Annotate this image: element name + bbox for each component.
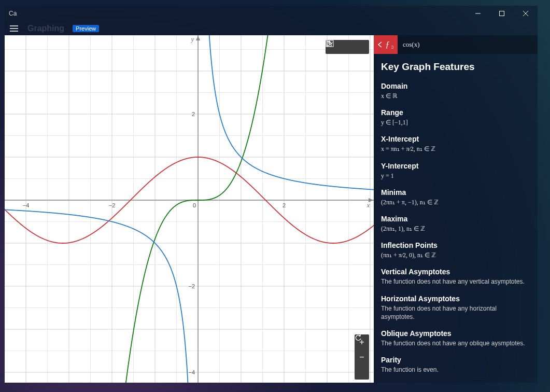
hamburger-menu-button[interactable] xyxy=(8,22,20,35)
zoom-reset-button[interactable] xyxy=(355,365,369,380)
function-subscript: 3 xyxy=(391,45,393,50)
calculator-window: Ca Graphing Preview xy−4−202−4−22 + − xyxy=(5,6,538,383)
svg-text:2: 2 xyxy=(192,111,195,117)
feature-minima[interactable]: Minima (2πn₁ + π, −1), n₁ ∈ ℤ xyxy=(381,188,530,206)
feature-label: Oblique Asymptotes xyxy=(381,329,530,338)
feature-vertical-asymptotes[interactable]: Vertical Asymptotes The function does no… xyxy=(381,268,530,286)
preview-badge: Preview xyxy=(73,25,99,32)
feature-period[interactable]: Period 2π xyxy=(381,382,530,383)
feature-label: Parity xyxy=(381,356,530,364)
mode-label: Graphing xyxy=(27,24,64,33)
feature-value: (2πn₁, 1), n₁ ∈ ℤ xyxy=(381,225,530,233)
maximize-button[interactable] xyxy=(490,6,514,21)
svg-text:−2: −2 xyxy=(109,202,116,208)
window-controls xyxy=(466,6,538,21)
graph-canvas[interactable]: xy−4−202−4−22 xyxy=(5,35,374,383)
graph-toolbar xyxy=(326,40,369,54)
feature-parity[interactable]: Parity The function is even. xyxy=(381,356,530,374)
zoom-out-button[interactable]: − xyxy=(355,349,369,365)
svg-rect-1 xyxy=(500,11,504,16)
key-graph-features-pane: ƒ3 cos(x) Key Graph Features Domain x ∈ … xyxy=(374,35,538,383)
feature-value: x ∈ ℝ xyxy=(381,92,530,100)
feature-range[interactable]: Range y ∈ [−1,1] xyxy=(381,108,530,127)
feature-label: Vertical Asymptotes xyxy=(381,268,530,276)
feature-label: Y-Intercept xyxy=(381,162,530,170)
svg-text:x: x xyxy=(366,202,370,209)
feature-description: The function does not have any oblique a… xyxy=(381,339,530,347)
features-scroll[interactable]: Key Graph Features Domain x ∈ ℝ Range y … xyxy=(374,54,538,383)
close-button[interactable] xyxy=(514,6,538,21)
function-bar: ƒ3 cos(x) xyxy=(374,35,538,54)
feature-value: x = πn₁ + π⁄2, n₁ ∈ ℤ xyxy=(381,145,530,153)
feature-inflection[interactable]: Inflection Points (πn₁ + π⁄2, 0), n₁ ∈ ℤ xyxy=(381,241,530,259)
feature-domain[interactable]: Domain x ∈ ℝ xyxy=(381,82,530,100)
svg-text:y: y xyxy=(191,36,194,43)
feature-description: The function does not have any vertical … xyxy=(381,277,530,286)
feature-value: y ∈ [−1,1] xyxy=(381,118,530,127)
feature-x-intercept[interactable]: X-Intercept x = πn₁ + π⁄2, n₁ ∈ ℤ xyxy=(381,135,530,153)
function-expression: cos(x) xyxy=(398,40,420,49)
function-back-button[interactable]: ƒ3 xyxy=(374,35,398,54)
feature-horizontal-asymptotes[interactable]: Horizontal Asymptotes The function does … xyxy=(381,295,530,321)
svg-text:−4: −4 xyxy=(188,369,195,375)
function-symbol: ƒ xyxy=(385,40,389,49)
feature-description: The function does not have any horizonta… xyxy=(381,304,530,321)
feature-label: Range xyxy=(381,108,530,117)
svg-text:−4: −4 xyxy=(23,202,30,208)
feature-value: y = 1 xyxy=(381,172,530,180)
feature-y-intercept[interactable]: Y-Intercept y = 1 xyxy=(381,162,530,180)
titlebar: Ca xyxy=(5,6,538,21)
svg-marker-43 xyxy=(196,36,200,40)
minimize-button[interactable] xyxy=(466,6,490,21)
svg-text:−2: −2 xyxy=(188,283,195,289)
feature-label: Maxima xyxy=(381,215,530,223)
feature-description: The function is even. xyxy=(381,366,530,374)
app-toolbar: Graphing Preview xyxy=(5,21,538,35)
feature-label: Domain xyxy=(381,82,530,90)
feature-value: (πn₁ + π⁄2, 0), n₁ ∈ ℤ xyxy=(381,251,530,259)
share-button[interactable] xyxy=(340,40,355,54)
feature-label: Inflection Points xyxy=(381,241,530,249)
feature-label: Minima xyxy=(381,188,530,197)
content-area: xy−4−202−4−22 + − ƒ3 cos(x) xyxy=(5,35,538,383)
feature-oblique-asymptotes[interactable]: Oblique Asymptotes The function does not… xyxy=(381,329,530,347)
zoom-toolbar: + − xyxy=(355,334,369,380)
feature-label: Horizontal Asymptotes xyxy=(381,295,530,303)
feature-value: (2πn₁ + π, −1), n₁ ∈ ℤ xyxy=(381,198,530,206)
feature-maxima[interactable]: Maxima (2πn₁, 1), n₁ ∈ ℤ xyxy=(381,215,530,233)
back-arrow-icon xyxy=(377,41,384,48)
feature-label: Period xyxy=(381,382,530,383)
feature-label: X-Intercept xyxy=(381,135,530,143)
kgf-heading: Key Graph Features xyxy=(381,61,530,73)
graph-options-button[interactable] xyxy=(355,40,369,54)
graph-pane[interactable]: xy−4−202−4−22 + − xyxy=(5,35,374,383)
svg-text:2: 2 xyxy=(283,202,286,208)
svg-text:0: 0 xyxy=(193,202,196,208)
window-title: Ca xyxy=(9,10,17,17)
